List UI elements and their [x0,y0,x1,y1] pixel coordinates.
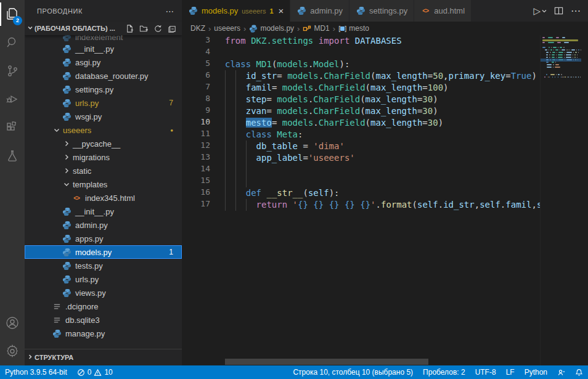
tree-item-database-roouter-py[interactable]: database_roouter.py [25,69,182,83]
python-file-icon [62,44,71,54]
tree-item-useeers[interactable]: useeers● [25,123,182,137]
code-line-7[interactable]: famil= models.CharField(max_length=100) [225,82,540,94]
minimap-line [542,74,581,75]
problems-status[interactable]: 0 10 [72,365,118,379]
python-file-icon [356,6,365,16]
warning-icon [94,369,102,377]
new-folder-icon[interactable] [139,24,149,33]
indent-guide [225,70,226,82]
tab-models-py[interactable]: models.pyuseeers1× [182,0,290,22]
code-line-16[interactable]: def __str__(self): [225,187,540,199]
search-icon[interactable] [0,28,25,57]
tree-item-templates[interactable]: templates [25,177,182,191]
encoding-status[interactable]: UTF-8 [470,365,501,379]
code-content[interactable]: from DKZ.settings import DATABASESclass … [225,35,540,211]
problem-badge: 1 [269,7,273,15]
sidebar-more-actions-icon[interactable]: ⋯ [165,6,174,16]
tree-item--init-py[interactable]: __init__.py [25,205,182,218]
tree-item-models-py[interactable]: models.py1 [25,245,182,259]
refresh-icon[interactable] [153,24,163,33]
tree-item-views-py[interactable]: views.py [25,286,182,300]
indent-guide [235,187,236,199]
tree-item-apps-py[interactable]: apps.py [25,232,182,245]
feedback-icon[interactable] [552,365,570,379]
code-editor[interactable]: 34567891011121314151617 from DKZ.setting… [182,35,588,365]
vscode-window: { "activity_bar": { "explorer_badge": "2… [0,0,588,379]
notifications-bell-icon[interactable] [570,365,588,379]
testing-icon[interactable] [0,142,25,170]
new-file-icon[interactable] [125,24,134,33]
code-line-9[interactable]: zvan= models.CharField(max_length=30) [225,105,540,117]
outline-section-header[interactable]: СТРУКТУРА [25,349,182,365]
tab-aud-html[interactable]: <>aud.html [414,0,472,22]
explorer-icon[interactable]: 2 [0,0,25,28]
code-line-10[interactable]: mesto= models.CharField(max_length=30) [225,117,540,129]
code-line-12[interactable]: db_table = 'dima' [225,141,540,152]
breadcrumb-item-dkz[interactable]: DKZ [190,24,205,33]
run-debug-icon[interactable] [0,85,25,113]
error-count: 0 [88,368,92,377]
workspace-section-header[interactable]: (РАБОЧАЯ ОБЛАСТЬ) ... [25,22,182,35]
run-button[interactable]: ▷ [533,6,547,17]
split-editor-icon[interactable] [554,6,563,15]
breadcrumb-item-md1[interactable]: MD1 [303,24,329,33]
tab-settings-py[interactable]: settings.py [349,0,414,22]
python-interpreter-status[interactable]: Python 3.9.5 64-bit [0,365,72,379]
source-control-icon[interactable] [0,57,25,85]
extensions-icon[interactable] [0,113,25,142]
tree-item-wsgi-py[interactable]: wsgi.py [25,110,182,123]
breadcrumb-item-models-py[interactable]: models.py [249,24,294,33]
tree-item--dcignore[interactable]: .dcignore [25,300,182,313]
chevron-right-icon [62,139,71,149]
account-icon[interactable] [0,309,25,337]
tree-item-index345-html[interactable]: <>index345.html [25,191,182,205]
code-line-13[interactable]: app_label='useeers' [225,152,540,164]
python-file-icon [296,6,306,16]
tree-item-migrations[interactable]: migrations [25,150,182,164]
tree-item-asgi-py[interactable]: asgi.py [25,55,182,69]
close-icon[interactable]: × [279,6,284,15]
code-line-14[interactable] [225,164,540,176]
code-line-5[interactable]: class MD1(models.Model): [225,59,540,70]
tree-item-tests-py[interactable]: tests.py [25,259,182,272]
tree-item-urls-py[interactable]: urls.py [25,272,182,286]
indent-guide [246,176,247,187]
code-line-15[interactable] [225,176,540,187]
tree-item--pycache-[interactable]: __pycache__ [25,137,182,150]
code-line-3[interactable]: from DKZ.settings import DATABASES [225,35,540,47]
settings-gear-icon[interactable] [0,337,25,365]
code-line-11[interactable]: class Meta: [225,129,540,141]
code-line-4[interactable] [225,47,540,59]
minimap-line [542,67,581,68]
tree-item-admin-py[interactable]: admin.py [25,218,182,232]
code-line-17[interactable]: return '{} {} {} {} {}'.format(self.id_s… [225,199,540,211]
tree-item-manage-py[interactable]: manage.py [25,327,182,340]
collapse-all-icon[interactable] [168,24,177,33]
tab-admin-py[interactable]: admin.py [290,0,349,22]
minimap[interactable] [540,35,581,365]
indent-guide [225,199,226,211]
code-line-8[interactable]: step= models.CharField(max_length=30) [225,94,540,105]
language-mode-status[interactable]: Python [520,365,552,379]
editor-more-actions-icon[interactable]: ⋯ [571,5,581,17]
tree-item-settings-py[interactable]: settings.py [25,83,182,96]
line-number: 14 [182,164,214,176]
error-icon [77,369,85,377]
tree-item-indexelement[interactable]: indexelement [25,35,182,42]
breadcrumb-item-mesto[interactable]: []mesto [338,24,369,33]
tree-item-db-sqlite3[interactable]: db.sqlite3 [25,313,182,327]
editor-group: models.pyuseeers1×admin.pysettings.py<>a… [182,0,588,365]
tree-item-static[interactable]: static [25,164,182,177]
problem-badge: ● [170,128,173,133]
field-symbol-icon: [] [338,24,346,33]
eol-status[interactable]: LF [501,365,520,379]
tree-item--init-py[interactable]: __init__.py [25,42,182,55]
tree-item-urls-py[interactable]: urls.py7 [25,96,182,110]
code-line-6[interactable]: id_str= models.CharField(max_length=50,p… [225,70,540,82]
line-number: 17 [182,199,214,211]
breadcrumb-item-useeers[interactable]: useeers [214,24,240,33]
indentation-status[interactable]: Пробелов: 2 [418,365,470,379]
cursor-position-status[interactable]: Строка 10, столбец 10 (выбрано 5) [288,365,418,379]
tab-bar: models.pyuseeers1×admin.pysettings.py<>a… [182,0,588,22]
horizontal-scrollbar[interactable] [225,359,428,365]
